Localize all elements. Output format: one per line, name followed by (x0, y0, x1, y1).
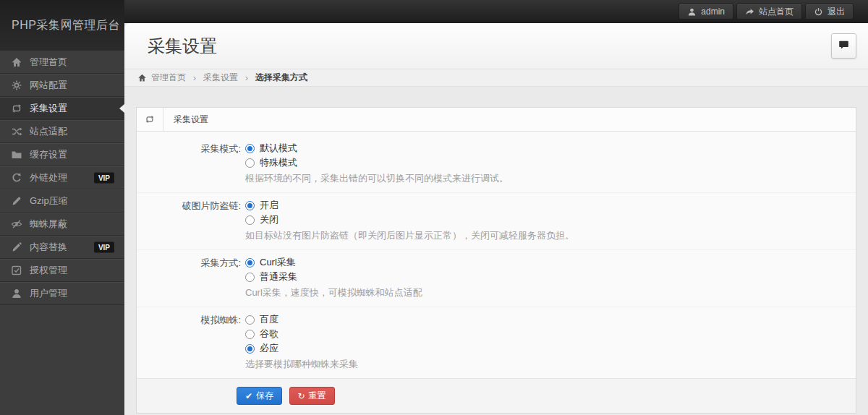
vip-badge: VIP (94, 242, 114, 253)
site-home-button[interactable]: 站点首页 (736, 4, 802, 20)
app-logo: PHP采集网管理后台 (12, 18, 120, 33)
radio-input[interactable] (245, 315, 255, 325)
sidebar-item-eye-off[interactable]: 蜘蛛屏蔽 (0, 213, 124, 236)
radio-option[interactable]: 必应 (245, 341, 358, 356)
radio-input[interactable] (245, 201, 255, 210)
radio-option[interactable]: 开启 (245, 198, 574, 213)
breadcrumb-item[interactable]: 管理首页 (151, 72, 186, 84)
panel-header: 采集设置 (137, 108, 856, 132)
power-icon (814, 7, 823, 17)
eye-off-icon (11, 218, 22, 230)
radio-option[interactable]: 关闭 (245, 213, 574, 227)
sidebar-item-label: 外链处理 (30, 171, 67, 184)
sidebar-item-label: 缓存设置 (30, 148, 67, 161)
comment-icon (838, 39, 849, 53)
sidebar-item-label: 授权管理 (30, 264, 67, 277)
radio-input[interactable] (245, 258, 255, 268)
breadcrumb-separator: › (245, 73, 248, 83)
comment-button[interactable] (831, 33, 856, 59)
content-header: 采集设置 (124, 23, 868, 69)
field-controls: 开启 关闭 如目标站没有图片防盗链（即关闭后图片显示正常），关闭可减轻服务器负担… (245, 198, 574, 243)
save-button[interactable]: ✔ 保存 (237, 387, 282, 405)
breadcrumb-separator: › (193, 73, 196, 83)
field-controls: 百度 谷歌 必应 选择要模拟哪种蜘蛛来采集 (245, 312, 358, 372)
radio-option-label: 普通采集 (260, 270, 297, 283)
refresh-icon (11, 172, 22, 184)
sidebar-item-home[interactable]: 管理首页 (0, 51, 124, 74)
sidebar-item-folder[interactable]: 缓存设置 (0, 143, 124, 166)
breadcrumb: 管理首页›采集设置›选择采集方式 (124, 69, 868, 87)
field-help-text: 选择要模拟哪种蜘蛛来采集 (245, 358, 358, 372)
home-icon (137, 73, 147, 82)
shuffle-icon (11, 126, 22, 137)
refresh-icon: ↻ (298, 391, 305, 401)
sidebar-item-label: 站点适配 (30, 125, 67, 138)
field-label: 破图片防盗链: (137, 198, 245, 243)
panel-icon-cell (137, 108, 163, 131)
radio-option-label: 百度 (260, 313, 278, 326)
repeat-icon (11, 103, 22, 114)
user-menu-label: admin (701, 7, 725, 17)
logout-button[interactable]: 退出 (805, 4, 854, 20)
radio-option[interactable]: 普通采集 (245, 270, 422, 284)
radio-option-label: 特殊模式 (260, 156, 297, 169)
breadcrumb-item[interactable]: 采集设置 (203, 72, 238, 84)
user-icon (11, 288, 22, 299)
gear-icon (11, 80, 22, 91)
sidebar-item-repeat[interactable]: 采集设置 (0, 97, 124, 120)
radio-option[interactable]: Curl采集 (245, 255, 422, 270)
user-menu-button[interactable]: admin (678, 4, 733, 20)
radio-option-label: 默认模式 (260, 142, 297, 155)
radio-input[interactable] (245, 344, 255, 354)
radio-option-label: 谷歌 (260, 328, 278, 341)
sidebar-item-label: 内容替换 (30, 241, 67, 254)
sidebar-item-label: 网站配置 (30, 79, 67, 92)
radio-option[interactable]: 谷歌 (245, 327, 358, 341)
logout-label: 退出 (827, 6, 845, 18)
field-controls: Curl采集 普通采集 Curl采集，速度快，可模拟蜘蛛和站点适配 (245, 255, 422, 300)
reset-button[interactable]: ↻ 重置 (289, 387, 335, 405)
form-row: 破图片防盗链: 开启 关闭 如目标站没有图片防盗链（即关闭后图片显示正常），关闭… (137, 193, 856, 250)
sidebar-item-pencil[interactable]: 内容替换 VIP (0, 236, 124, 259)
sidebar-item-check-square[interactable]: 授权管理 (0, 259, 124, 282)
sidebar-item-label: 采集设置 (30, 102, 67, 115)
sidebar-item-shuffle[interactable]: 站点适配 (0, 120, 124, 143)
field-label: 采集模式: (137, 141, 245, 186)
topbar-actions: admin 站点首页 退出 (678, 4, 854, 20)
radio-option-label: Curl采集 (260, 256, 296, 269)
field-help-text: 如目标站没有图片防盗链（即关闭后图片显示正常），关闭可减轻服务器负担。 (245, 229, 574, 243)
radio-option[interactable]: 特殊模式 (245, 155, 509, 170)
check-square-icon (11, 265, 22, 276)
vip-badge: VIP (94, 173, 114, 184)
brush-icon (11, 195, 22, 207)
panel-title: 采集设置 (163, 108, 208, 131)
sidebar: PHP采集网管理后台 管理首页 网站配置 采集设置 站点适配 缓存设置 外链处理… (0, 0, 124, 415)
pencil-icon (11, 241, 22, 253)
radio-input[interactable] (245, 330, 255, 339)
settings-form: 采集模式: 默认模式 特殊模式 根据环境的不同，采集出错的可以切换不同的模式来进… (137, 132, 856, 378)
folder-icon (11, 149, 22, 161)
radio-input[interactable] (245, 144, 255, 153)
sidebar-menu: 管理首页 网站配置 采集设置 站点适配 缓存设置 外链处理 VIP Gzip压缩… (0, 51, 124, 305)
sidebar-item-refresh[interactable]: 外链处理 VIP (0, 166, 124, 189)
sidebar-item-label: 用户管理 (30, 287, 67, 300)
user-icon (687, 7, 697, 17)
sidebar-item-gear[interactable]: 网站配置 (0, 74, 124, 97)
main-content: 采集设置 管理首页›采集设置›选择采集方式 采集设置 采集模式: 默认模式 特殊… (124, 23, 868, 415)
sidebar-item-user[interactable]: 用户管理 (0, 282, 124, 305)
sidebar-item-label: Gzip压缩 (30, 194, 68, 208)
reset-button-label: 重置 (309, 390, 326, 402)
sidebar-header: PHP采集网管理后台 (0, 0, 124, 51)
radio-input[interactable] (245, 158, 255, 168)
radio-option[interactable]: 百度 (245, 312, 358, 327)
sidebar-item-brush[interactable]: Gzip压缩 (0, 189, 124, 213)
panel-footer: ✔ 保存 ↻ 重置 (137, 378, 856, 413)
save-button-label: 保存 (256, 390, 273, 402)
settings-panel: 采集设置 采集模式: 默认模式 特殊模式 根据环境的不同，采集出错的可以切换不同… (136, 107, 856, 414)
radio-option[interactable]: 默认模式 (245, 141, 509, 155)
field-label: 模拟蜘蛛: (137, 312, 245, 372)
radio-input[interactable] (245, 273, 255, 282)
site-home-label: 站点首页 (759, 6, 793, 18)
field-help-text: 根据环境的不同，采集出错的可以切换不同的模式来进行调试。 (245, 172, 509, 186)
radio-input[interactable] (245, 215, 255, 225)
